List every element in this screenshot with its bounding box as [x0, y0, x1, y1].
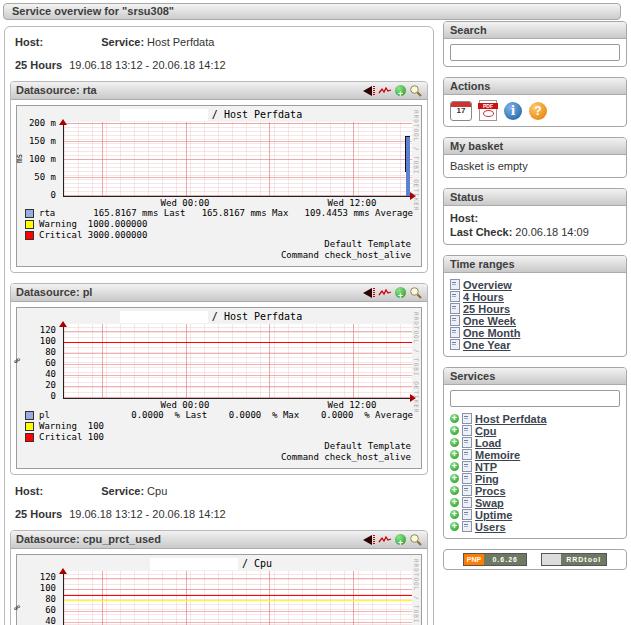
actions-box: Actions 17 PDF i ?: [443, 77, 627, 127]
time-range-one-week[interactable]: One Week: [463, 315, 516, 327]
range-value: 19.06.18 13:12 - 20.06.18 14:12: [69, 508, 226, 520]
page-icon: [462, 413, 472, 424]
magnifier-icon[interactable]: [409, 286, 422, 299]
magnifier-icon[interactable]: [409, 533, 422, 546]
time-ranges-header: Time ranges: [444, 256, 626, 273]
zoom-plus-icon[interactable]: [395, 534, 406, 545]
add-icon[interactable]: [450, 462, 459, 471]
service-overview-card: Host: Service: Host Perfdata 25 Hours 19…: [4, 26, 434, 625]
page-icon: [462, 509, 472, 520]
service-ping[interactable]: Ping: [475, 473, 499, 485]
service-cpu[interactable]: Cpu: [475, 425, 496, 437]
basket-header: My basket: [444, 138, 626, 155]
range-value: 19.06.18 13:12 - 20.06.18 14:12: [69, 59, 226, 71]
actions-header: Actions: [444, 78, 626, 95]
x-tick-0000: Wed 00:00: [145, 198, 225, 208]
page-icon: [450, 339, 460, 350]
service-uptime[interactable]: Uptime: [475, 509, 512, 521]
add-icon[interactable]: [450, 426, 459, 435]
page-icon: [462, 521, 472, 532]
sound-icon[interactable]: [358, 86, 372, 96]
services-filter-input[interactable]: [450, 390, 620, 407]
time-range-25-hours[interactable]: 25 Hours: [463, 303, 510, 315]
datasource-header-cpu: Datasource: cpu_prct_used: [11, 531, 427, 549]
plot-area: [63, 324, 412, 399]
service-ntp[interactable]: NTP: [475, 461, 497, 473]
rrd-graph-cpu[interactable]: / Cpu % 12010080604020 RRDTOOL / TOBI OE…: [16, 554, 422, 625]
time-range-4-hours[interactable]: 4 Hours: [463, 291, 504, 303]
add-icon[interactable]: [450, 498, 459, 507]
search-box: Search: [443, 21, 627, 67]
time-range-one-year[interactable]: One Year: [463, 339, 511, 351]
chart-icon[interactable]: [378, 86, 392, 96]
calendar-icon[interactable]: 17: [450, 101, 472, 121]
range-label: 25 Hours: [15, 59, 62, 71]
service-users[interactable]: Users: [475, 521, 506, 533]
time-range-line: 25 Hours 19.06.18 13:12 - 20.06.18 14:12: [15, 59, 423, 71]
zoom-plus-icon[interactable]: [395, 287, 406, 298]
time-range-one-month[interactable]: One Month: [463, 327, 520, 339]
pdf-icon[interactable]: PDF: [479, 100, 497, 121]
search-input[interactable]: [450, 44, 620, 61]
page-icon: [450, 279, 460, 290]
add-icon[interactable]: [450, 450, 459, 459]
critical-line: [64, 595, 412, 596]
critical-swatch: [25, 433, 34, 442]
time-range-overview[interactable]: Overview: [463, 279, 512, 291]
add-icon[interactable]: [450, 474, 459, 483]
service-procs[interactable]: Procs: [475, 485, 506, 497]
graph-panel-pl: Datasource: pl / Host Perfdata % 1201008…: [10, 283, 428, 475]
series-area-spike: [406, 136, 410, 196]
add-icon[interactable]: [450, 522, 459, 531]
magnifier-icon[interactable]: [409, 84, 422, 97]
rrdtool-watermark: RRDTOOL / TOBI OETIKER: [413, 559, 420, 625]
add-icon[interactable]: [450, 438, 459, 447]
sound-icon-stripes: [373, 86, 375, 96]
add-icon[interactable]: [450, 510, 459, 519]
datasource-header-rta: Datasource: rta: [11, 82, 427, 100]
rrd-graph-rta[interactable]: / Host Perfdata ms 200 m150 m100 m50 m0 …: [16, 105, 422, 267]
rrdtool-watermark: RRDTOOL / TOBI OETIKER: [413, 110, 420, 211]
x-tick-0000: Wed 00:00: [145, 400, 225, 410]
page-icon: [462, 437, 472, 448]
status-lastcheck-label: Last Check:: [450, 226, 512, 238]
zoom-plus-icon[interactable]: [395, 85, 406, 96]
add-icon[interactable]: [450, 414, 459, 423]
y-axis-ticks: 12010080604020: [17, 571, 59, 625]
rrdtool-badge[interactable]: RRDtool: [541, 553, 607, 566]
service-swap[interactable]: Swap: [475, 497, 504, 509]
service-value: Host Perfdata: [147, 36, 214, 48]
sound-icon-stripes: [373, 535, 375, 545]
service-load[interactable]: Load: [475, 437, 501, 449]
y-axis-arrow: [59, 115, 67, 125]
x-tick-1200: Wed 12:00: [312, 198, 392, 208]
chart-icon[interactable]: [378, 288, 392, 298]
services-header: Services: [444, 368, 626, 385]
redacted-hostname: [120, 311, 208, 323]
redacted-hostname: [150, 558, 238, 570]
sound-icon[interactable]: [358, 288, 372, 298]
y-axis-ticks: 120100806040200: [17, 324, 59, 398]
template-info: Default TemplateCommand check_host_alive: [281, 441, 411, 463]
host-service-line: Host: Service: Cpu: [15, 485, 423, 497]
page-icon: [462, 473, 472, 484]
x-tick-1200: Wed 12:00: [312, 400, 392, 410]
add-icon[interactable]: [450, 486, 459, 495]
info-icon[interactable]: i: [504, 102, 522, 120]
series-swatch: [25, 209, 34, 218]
service-label: Service:: [101, 36, 144, 48]
help-icon[interactable]: ?: [529, 102, 547, 120]
graph-title: / Host Perfdata: [17, 311, 405, 323]
service-memoire[interactable]: Memoire: [475, 449, 520, 461]
chart-icon[interactable]: [378, 535, 392, 545]
plot-area: [63, 571, 412, 625]
plot-area: [63, 122, 412, 197]
service-host-perfdata[interactable]: Host Perfdata: [475, 413, 547, 425]
page-icon: [462, 485, 472, 496]
page-icon: [450, 327, 460, 338]
status-host-label: Host:: [450, 212, 478, 224]
rrd-graph-pl[interactable]: / Host Perfdata % 120100806040200 Wed 00…: [16, 307, 422, 469]
sound-icon[interactable]: [358, 535, 372, 545]
pnp-version-badge[interactable]: PNP0.6.26: [463, 553, 527, 566]
datasource-header-pl: Datasource: pl: [11, 284, 427, 302]
